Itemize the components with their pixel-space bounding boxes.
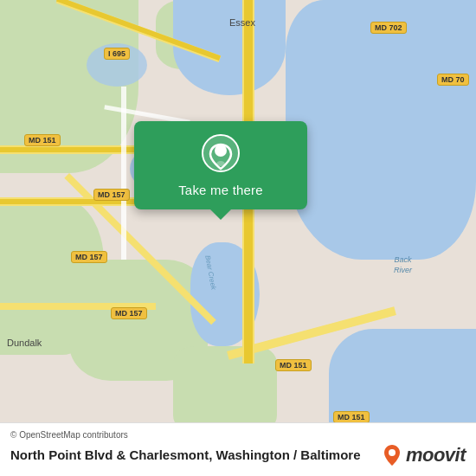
road-badge-md157-1: MD 157 <box>93 189 130 201</box>
road-badge-md157-3: MD 157 <box>111 307 147 319</box>
city-essex-label: Essex <box>229 17 255 28</box>
green-area <box>173 346 277 433</box>
city-dundalk-label: Dundalk <box>7 338 42 348</box>
bottom-bar: © OpenStreetMap contributors North Point… <box>0 422 476 476</box>
map-container: Bear Creek I 695 MD 151 MD 157 MD 157 MD… <box>0 0 476 476</box>
water-back-river-label: BackRiver <box>394 255 412 275</box>
location-row: North Point Blvd & Charlesmont, Washingt… <box>10 443 466 467</box>
attribution-text: © OpenStreetMap contributors <box>10 430 466 440</box>
moovit-pin-icon <box>382 443 402 467</box>
location-name: North Point Blvd & Charlesmont, Washingt… <box>10 447 375 464</box>
road-badge-i695: I 695 <box>104 48 130 60</box>
road-badge-md702: MD 702 <box>370 22 407 34</box>
svg-point-3 <box>389 449 396 456</box>
road-badge-md157-2: MD 157 <box>71 251 107 263</box>
road-badge-md151-1: MD 151 <box>24 134 61 146</box>
location-popup: Take me there <box>134 121 307 209</box>
road-badge-md151-2: MD 151 <box>275 359 312 371</box>
location-pin-icon <box>202 134 240 172</box>
take-me-there-button[interactable]: Take me there <box>171 179 270 201</box>
water-back-river <box>286 0 476 260</box>
moovit-logo: moovit <box>382 443 466 467</box>
road-badge-md151-3: MD 151 <box>333 411 370 423</box>
moovit-logo-text: moovit <box>406 444 466 466</box>
road-badge-md70: MD 70 <box>437 74 469 86</box>
